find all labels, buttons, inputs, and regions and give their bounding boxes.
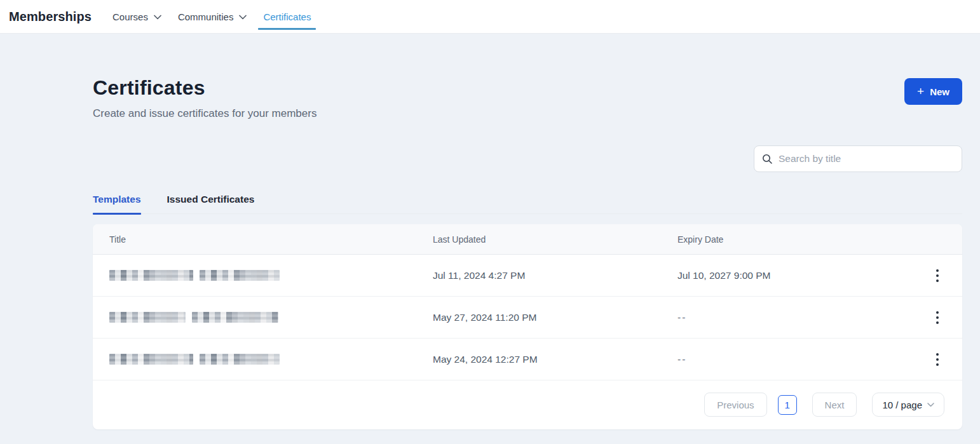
nav-item-certificates[interactable]: Certificates	[255, 0, 319, 33]
nav-item-label: Communities	[178, 11, 234, 22]
certificate-title-redacted	[93, 354, 433, 365]
row-actions-kebab-icon[interactable]	[929, 307, 946, 328]
new-button-label: New	[930, 86, 949, 97]
table-row[interactable]: May 24, 2024 12:27 PM --	[93, 339, 962, 380]
chevron-down-icon	[927, 403, 934, 407]
tab-bar: Templates Issued Certificates	[93, 191, 962, 214]
pagination-next-button[interactable]: Next	[812, 393, 857, 417]
new-certificate-button[interactable]: + New	[904, 78, 962, 105]
templates-table-card: Title Last Updated Expiry Date Jul 11, 2…	[93, 224, 962, 429]
tab-templates[interactable]: Templates	[93, 191, 141, 213]
page-title: Certificates	[93, 76, 205, 100]
tab-issued-certificates[interactable]: Issued Certificates	[167, 191, 255, 213]
table-row[interactable]: Jul 11, 2024 4:27 PM Jul 10, 2027 9:00 P…	[93, 255, 962, 297]
last-updated-cell: May 27, 2024 11:20 PM	[433, 312, 677, 323]
redacted-text-block	[192, 312, 278, 323]
chevron-down-icon	[154, 15, 161, 20]
plus-icon: +	[917, 85, 924, 97]
certificate-title-redacted	[93, 312, 433, 323]
search-input[interactable]	[779, 153, 954, 165]
pagination-page-1-button[interactable]: 1	[778, 395, 797, 415]
expiry-date-cell: --	[677, 312, 919, 323]
table-row[interactable]: May 27, 2024 11:20 PM --	[93, 297, 962, 339]
page-size-select[interactable]: 10 / page	[872, 393, 944, 417]
nav-item-communities[interactable]: Communities	[170, 0, 255, 33]
table-footer: Previous 1 Next 10 / page	[93, 380, 962, 429]
pagination-previous-button[interactable]: Previous	[704, 393, 766, 417]
top-nav: Memberships Courses Communities Certific…	[0, 0, 980, 34]
page-size-label: 10 / page	[882, 400, 922, 410]
expiry-date-cell: Jul 10, 2027 9:00 PM	[677, 270, 919, 281]
certificate-title-redacted	[93, 270, 433, 281]
nav-item-label: Certificates	[263, 11, 311, 22]
redacted-text-block	[200, 354, 280, 365]
expiry-date-cell: --	[677, 354, 919, 365]
redacted-text-block	[109, 270, 193, 281]
search-icon	[762, 154, 773, 165]
app-brand: Memberships	[9, 10, 92, 24]
page-subtitle: Create and issue certificates for your m…	[93, 107, 316, 120]
nav-item-label: Courses	[112, 11, 148, 22]
nav-active-underline	[258, 28, 316, 30]
chevron-down-icon	[239, 15, 247, 20]
column-header-last-updated: Last Updated	[433, 234, 677, 245]
nav-menu: Courses Communities Certificates	[104, 0, 319, 33]
redacted-text-block	[109, 312, 186, 323]
redacted-text-block	[200, 270, 280, 281]
table-header-row: Title Last Updated Expiry Date	[93, 224, 962, 255]
search-box	[754, 145, 962, 172]
row-actions-kebab-icon[interactable]	[929, 265, 946, 286]
nav-item-courses[interactable]: Courses	[104, 0, 170, 33]
row-actions-kebab-icon[interactable]	[929, 349, 946, 370]
certificates-page: Memberships Courses Communities Certific…	[0, 0, 980, 444]
redacted-text-block	[109, 354, 193, 365]
column-header-expiry-date: Expiry Date	[677, 234, 919, 245]
last-updated-cell: Jul 11, 2024 4:27 PM	[433, 270, 677, 281]
column-header-title: Title	[93, 234, 433, 245]
last-updated-cell: May 24, 2024 12:27 PM	[433, 354, 677, 365]
